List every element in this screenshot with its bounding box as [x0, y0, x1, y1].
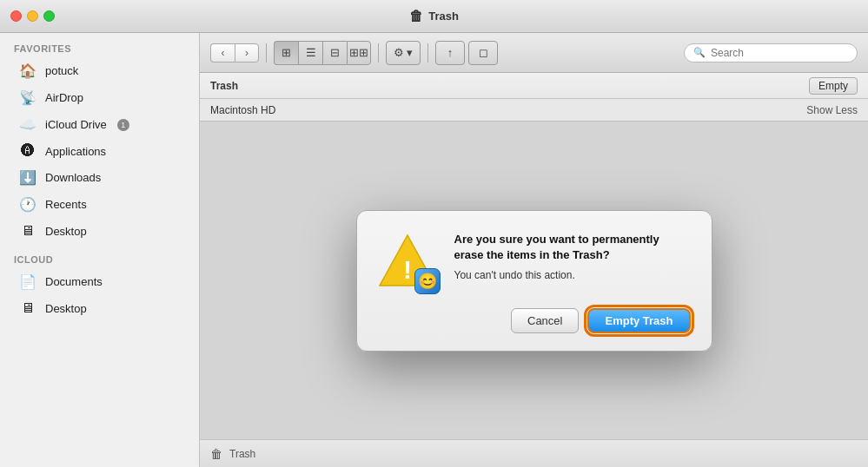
- nav-buttons: ‹ ›: [210, 43, 259, 62]
- sidebar-item-potuck[interactable]: 🏠 potuck: [5, 58, 194, 83]
- toolbar-separator-2: [378, 43, 379, 62]
- sidebar-favorites-heading: Favorites: [0, 33, 199, 57]
- dialog-title: Are you sure you want to permanently era…: [454, 232, 691, 263]
- location-bar: Macintosh HD Show Less: [200, 99, 868, 122]
- icloud-badge: 1: [117, 119, 129, 131]
- traffic-lights: [10, 10, 55, 22]
- empty-trash-button[interactable]: Empty Trash: [587, 308, 690, 333]
- sidebar-label-potuck: potuck: [45, 64, 78, 77]
- sidebar-item-icloud-drive[interactable]: ☁️ iCloud Drive 1: [5, 112, 194, 137]
- right-panel: ‹ › ⊞ ☰ ⊟ ⊞⊞ ⚙ ▾ ↑ ◻ 🔍: [200, 33, 868, 467]
- sidebar-label-airdrop: AirDrop: [45, 91, 83, 104]
- dialog-buttons: Cancel Empty Trash: [378, 308, 691, 333]
- path-bar: Trash Empty: [200, 73, 868, 99]
- sidebar-label-recents: Recents: [45, 198, 87, 211]
- applications-icon: 🅐: [19, 143, 36, 159]
- sidebar-label-icloud-desktop: Desktop: [45, 302, 87, 315]
- search-icon: 🔍: [693, 47, 706, 58]
- sidebar-item-desktop[interactable]: 🖥 Desktop: [5, 219, 194, 243]
- sidebar-label-documents: Documents: [45, 275, 103, 288]
- dialog-message: You can't undo this action.: [454, 268, 691, 283]
- sidebar-label-downloads: Downloads: [45, 171, 101, 184]
- icloud-icon: ☁️: [19, 116, 36, 133]
- status-label: Trash: [229, 448, 255, 460]
- forward-button[interactable]: ›: [235, 43, 259, 62]
- search-bar[interactable]: 🔍: [684, 43, 858, 62]
- search-input[interactable]: [711, 47, 848, 59]
- icloud-desktop-icon: 🖥: [19, 300, 36, 316]
- empty-button[interactable]: Empty: [809, 77, 858, 95]
- title-trash-icon: 🗑: [409, 9, 423, 24]
- title-bar: 🗑 Trash: [0, 0, 868, 33]
- view-icon-button[interactable]: ⊞: [274, 41, 298, 65]
- sidebar-item-documents[interactable]: 📄 Documents: [5, 269, 194, 294]
- recents-icon: 🕐: [19, 196, 36, 213]
- sidebar-item-downloads[interactable]: ⬇️ Downloads: [5, 165, 194, 190]
- sidebar-icloud-heading: iCloud: [0, 244, 199, 268]
- gear-button[interactable]: ⚙ ▾: [386, 41, 421, 65]
- close-button[interactable]: [10, 10, 22, 22]
- back-button[interactable]: ‹: [210, 43, 235, 62]
- view-list-button[interactable]: ☰: [298, 41, 322, 65]
- dialog-overlay: ! 😊 Are you sure you want to permanently…: [200, 122, 868, 439]
- sidebar-label-icloud-drive: iCloud Drive: [45, 118, 107, 131]
- downloads-icon: ⬇️: [19, 169, 36, 186]
- status-trash-icon: 🗑: [210, 447, 222, 461]
- tag-button[interactable]: ◻: [468, 41, 498, 65]
- sidebar-item-recents[interactable]: 🕐 Recents: [5, 192, 194, 217]
- content-area: ! 😊 Are you sure you want to permanently…: [200, 122, 868, 439]
- location-path: Macintosh HD: [210, 104, 275, 116]
- cancel-button[interactable]: Cancel: [511, 308, 579, 333]
- confirm-dialog: ! 😊 Are you sure you want to permanently…: [356, 210, 712, 352]
- documents-icon: 📄: [19, 273, 36, 290]
- dialog-icon-area: ! 😊: [378, 232, 441, 294]
- toolbar-separator-1: [266, 43, 267, 62]
- sidebar-label-applications: Applications: [45, 145, 106, 158]
- dialog-top: ! 😊 Are you sure you want to permanently…: [378, 232, 691, 294]
- sidebar-label-desktop: Desktop: [45, 225, 87, 238]
- view-gallery-button[interactable]: ⊞⊞: [347, 41, 371, 65]
- sidebar-item-applications[interactable]: 🅐 Applications: [5, 139, 194, 163]
- svg-text:!: !: [403, 255, 412, 284]
- window-title-area: 🗑 Trash: [409, 9, 459, 24]
- gear-icon: ⚙: [394, 46, 404, 59]
- view-columns-button[interactable]: ⊟: [322, 41, 347, 65]
- sidebar-item-icloud-desktop[interactable]: 🖥 Desktop: [5, 296, 194, 320]
- sidebar: Favorites 🏠 potuck 📡 AirDrop ☁️ iCloud D…: [0, 33, 200, 467]
- dialog-text-area: Are you sure you want to permanently era…: [454, 232, 691, 283]
- view-buttons: ⊞ ☰ ⊟ ⊞⊞: [274, 41, 371, 65]
- gear-dropdown-icon: ▾: [407, 46, 413, 59]
- window-title: Trash: [428, 10, 459, 23]
- toolbar-separator-3: [427, 43, 428, 62]
- status-bar: 🗑 Trash: [200, 439, 868, 467]
- maximize-button[interactable]: [43, 10, 55, 22]
- home-icon: 🏠: [19, 62, 36, 79]
- main-area: Favorites 🏠 potuck 📡 AirDrop ☁️ iCloud D…: [0, 33, 868, 467]
- desktop-icon: 🖥: [19, 223, 36, 239]
- show-less-button[interactable]: Show Less: [806, 104, 858, 116]
- toolbar: ‹ › ⊞ ☰ ⊟ ⊞⊞ ⚙ ▾ ↑ ◻ 🔍: [200, 33, 868, 73]
- finder-icon: 😊: [414, 268, 441, 294]
- airdrop-icon: 📡: [19, 89, 36, 106]
- current-folder-title: Trash: [210, 80, 238, 92]
- sidebar-item-airdrop[interactable]: 📡 AirDrop: [5, 85, 194, 110]
- minimize-button[interactable]: [27, 10, 38, 22]
- share-button[interactable]: ↑: [435, 41, 465, 65]
